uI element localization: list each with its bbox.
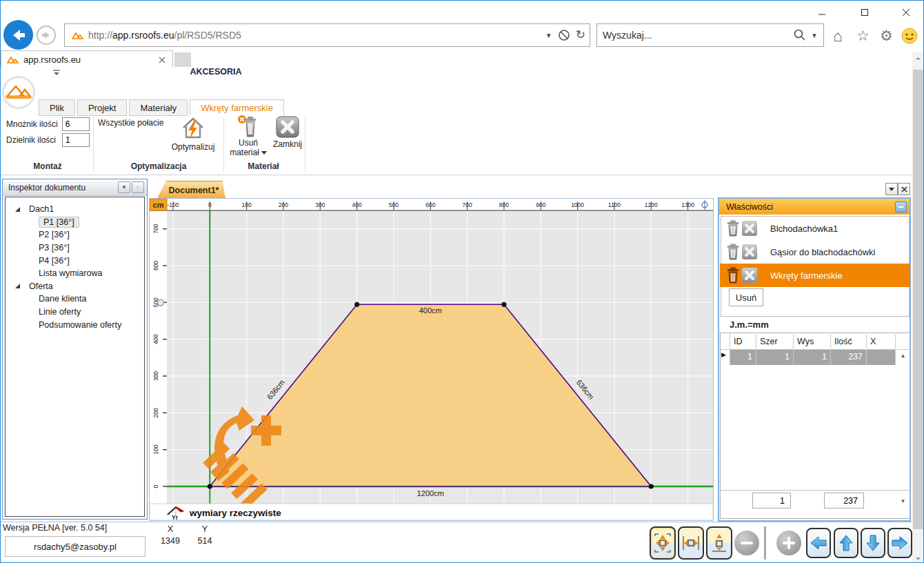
address-dropdown-icon[interactable]: ▼ bbox=[545, 32, 552, 39]
ruler-y-handle[interactable] bbox=[158, 299, 164, 306]
table-cell-ilo[interactable]: 237 bbox=[831, 350, 867, 365]
table-column-szer[interactable]: Szer bbox=[756, 335, 794, 348]
favorites-star-icon[interactable]: ☆ bbox=[856, 28, 870, 44]
table-cell-szer[interactable]: 1 bbox=[756, 350, 794, 365]
tree-expander-icon[interactable] bbox=[15, 284, 20, 288]
smiley-feedback-icon[interactable] bbox=[901, 28, 918, 44]
pan-up-button[interactable] bbox=[834, 528, 858, 558]
tree-item-oferta[interactable]: Oferta bbox=[6, 280, 144, 293]
page-scrollbar[interactable]: ⌃ ⌄ bbox=[912, 52, 924, 563]
table-scroll-up-button[interactable]: ▲ bbox=[898, 350, 908, 361]
browser-tab[interactable]: app.rsroofs.eu bbox=[1, 50, 173, 68]
table-footer-input-2[interactable]: 237 bbox=[824, 493, 864, 508]
tree-item-dach1[interactable]: Dach1 bbox=[6, 203, 144, 216]
table-row[interactable]: ▶111237 bbox=[721, 350, 910, 365]
table-footer-input-1[interactable]: 1 bbox=[752, 493, 791, 508]
minimize-button[interactable] bbox=[810, 5, 834, 20]
ribbon-tab-plik[interactable]: Plik bbox=[39, 99, 75, 116]
material-remove-icon[interactable] bbox=[742, 244, 757, 259]
tree-item-podsumowanie-oferty[interactable]: Podsumowanie oferty bbox=[6, 318, 144, 331]
svg-text:0: 0 bbox=[152, 484, 159, 488]
properties-header[interactable]: Właściwości bbox=[719, 199, 910, 215]
material-row-blchodach-wka1[interactable]: Blchodachówka1 bbox=[721, 217, 909, 240]
back-button[interactable] bbox=[3, 20, 33, 50]
material-trash-icon[interactable] bbox=[725, 267, 741, 284]
svg-text:-100: -100 bbox=[167, 201, 179, 208]
zoom-out-button[interactable] bbox=[734, 531, 759, 555]
scrollbar-thumb[interactable] bbox=[913, 70, 923, 529]
table-cell-wys[interactable]: 1 bbox=[794, 350, 831, 365]
material-row-g-sior-do-blachodach-wki[interactable]: Gąsior do blachodachówki bbox=[721, 240, 909, 264]
pan-left-button[interactable] bbox=[806, 528, 831, 558]
material-remove-icon[interactable] bbox=[742, 268, 757, 283]
refresh-icon[interactable]: ↻ bbox=[576, 30, 585, 41]
material-remove-icon[interactable] bbox=[742, 221, 757, 236]
tree-item-p2-36[interactable]: P2 [36°] bbox=[6, 228, 144, 241]
house-icon-label: Yr bbox=[172, 514, 179, 520]
forward-button[interactable] bbox=[37, 26, 56, 45]
table-column-x[interactable]: X bbox=[867, 335, 896, 348]
table-column-id[interactable]: ID bbox=[730, 335, 756, 348]
inspector-minimize-button[interactable]: ▫ bbox=[132, 181, 144, 193]
drawing-canvas[interactable]: -100010020030040050060070080090010001100… bbox=[150, 199, 713, 520]
row-selector-icon: ▶ bbox=[721, 350, 730, 365]
optimize-button[interactable]: Optymalizuj bbox=[165, 116, 221, 152]
ribbon-tab-materia-y[interactable]: Materiały bbox=[129, 99, 188, 116]
inspector-dropdown-button[interactable]: ▼ bbox=[118, 181, 130, 193]
arrow-left-icon bbox=[810, 534, 827, 552]
multiplier-input[interactable] bbox=[62, 117, 90, 131]
app-logo[interactable] bbox=[1, 75, 36, 110]
inspector-header[interactable]: Inspektor dokumentu ▼ ▫ bbox=[3, 179, 147, 196]
material-trash-icon[interactable] bbox=[725, 244, 741, 260]
cursor-y-value: 514 bbox=[192, 536, 217, 546]
table-cell-x[interactable] bbox=[867, 350, 896, 365]
search-dropdown-icon[interactable]: ▼ bbox=[811, 32, 818, 39]
tree-item-linie-oferty[interactable]: Linie oferty bbox=[6, 306, 144, 319]
all-planes-label: Wszystkie połacie bbox=[98, 118, 163, 128]
scroll-down-icon[interactable]: ⌄ bbox=[912, 551, 924, 562]
zoom-fit-all-button[interactable] bbox=[650, 526, 676, 560]
zoom-in-button[interactable] bbox=[776, 531, 801, 555]
account-box[interactable]: rsdachy5@zasoby.pl bbox=[5, 536, 145, 557]
ribbon-tab-projekt[interactable]: Projekt bbox=[77, 99, 127, 116]
tree-item-p1-36[interactable]: P1 [36°] bbox=[6, 216, 144, 229]
tree-item-lista-wymiarowa[interactable]: Lista wymiarowa bbox=[6, 267, 144, 280]
pan-right-button[interactable] bbox=[887, 528, 912, 558]
search-box[interactable]: Wyszukaj... ▼ bbox=[596, 23, 824, 47]
close-ribbon-button[interactable]: Zamknij bbox=[271, 116, 304, 149]
close-button[interactable] bbox=[894, 5, 918, 20]
zoom-fit-width-button[interactable] bbox=[678, 526, 704, 560]
document-close-button[interactable] bbox=[898, 183, 910, 195]
tree-item-dane-klienta[interactable]: Dane klienta bbox=[6, 293, 144, 306]
stop-icon[interactable] bbox=[558, 29, 570, 41]
material-trash-icon[interactable] bbox=[725, 220, 741, 237]
zoom-slider[interactable] bbox=[764, 526, 766, 560]
remove-material-button[interactable]: Usuń materiał bbox=[227, 115, 270, 157]
fit-all-icon bbox=[653, 532, 672, 554]
tree-expander-icon[interactable] bbox=[15, 207, 20, 212]
material-row-wkr-ty-farmerskie[interactable]: Wkręty farmerskie bbox=[720, 264, 910, 287]
material-delete-button[interactable]: Usuń bbox=[729, 288, 763, 306]
table-column-ilo[interactable]: Ilość bbox=[831, 335, 867, 348]
document-tab[interactable]: Document1* bbox=[157, 181, 225, 199]
tree-item-p4-36[interactable]: P4 [36°] bbox=[6, 254, 144, 267]
address-bar[interactable]: http://app.rsroofs.eu/pl/RSD5/RSD5 ▼ ↻ bbox=[64, 23, 590, 47]
settings-gear-icon[interactable]: ⚙ bbox=[880, 28, 893, 44]
tab-close-icon[interactable] bbox=[159, 57, 165, 63]
pan-down-button[interactable] bbox=[861, 528, 885, 558]
table-scroll-down-button[interactable]: ▼ bbox=[898, 496, 908, 506]
tree-item-p3-36[interactable]: P3 [36°] bbox=[6, 241, 144, 255]
home-icon[interactable]: ⌂ bbox=[833, 27, 843, 46]
ribbon-tab-wkr-ty-farmerskie[interactable]: Wkręty farmerskie bbox=[190, 99, 284, 116]
search-icon[interactable] bbox=[793, 28, 807, 42]
properties-minimize-button[interactable] bbox=[895, 201, 907, 213]
ribbon-pin-icon[interactable] bbox=[52, 70, 61, 76]
table-column-wys[interactable]: Wys bbox=[794, 335, 831, 348]
document-dropdown-button[interactable] bbox=[885, 183, 898, 195]
zoom-fit-height-button[interactable] bbox=[706, 526, 732, 560]
new-tab-button[interactable] bbox=[174, 52, 191, 67]
scroll-up-icon[interactable]: ⌃ bbox=[912, 52, 924, 66]
divisor-input[interactable] bbox=[62, 133, 90, 147]
table-cell-id[interactable]: 1 bbox=[730, 350, 756, 365]
maximize-button[interactable] bbox=[853, 5, 876, 20]
